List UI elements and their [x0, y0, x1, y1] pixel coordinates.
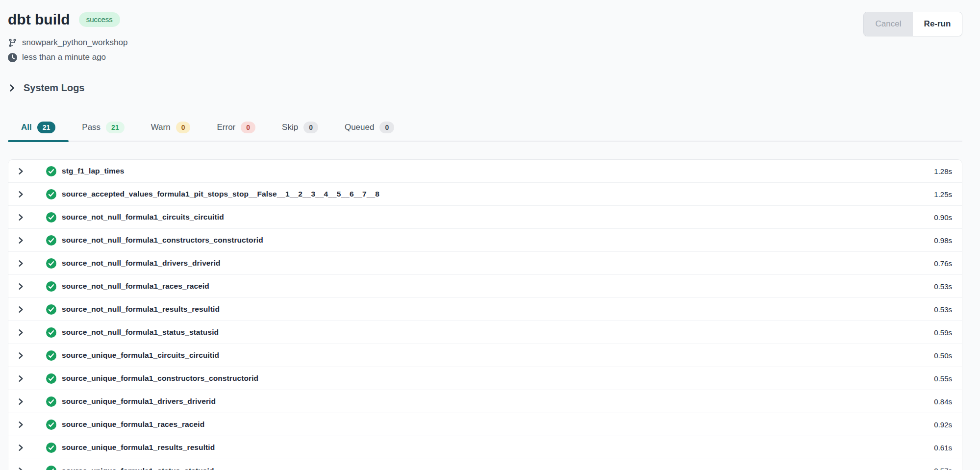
- table-row: source_not_null_formula1_races_raceid 0.…: [8, 275, 962, 298]
- table-row: source_not_null_formula1_results_resulti…: [8, 298, 962, 321]
- tab-pass[interactable]: Pass 21: [69, 115, 137, 141]
- result-name: source_not_null_formula1_status_statusid: [62, 328, 219, 337]
- table-row: source_not_null_formula1_status_statusid…: [8, 321, 962, 344]
- tab-label: Queued: [345, 123, 375, 132]
- result-name: source_not_null_formula1_constructors_co…: [62, 236, 263, 245]
- result-duration: 1.25s: [934, 190, 952, 198]
- chevron-right-icon: [17, 260, 25, 267]
- table-row: source_unique_formula1_circuits_circuiti…: [8, 344, 962, 367]
- chevron-right-icon: [17, 237, 25, 244]
- chevron-right-icon: [17, 375, 25, 382]
- result-name: source_not_null_formula1_results_resulti…: [62, 305, 220, 314]
- tab-label: All: [21, 123, 32, 132]
- chevron-right-icon: [17, 283, 25, 290]
- tab-count-badge: 0: [176, 122, 191, 133]
- time-line: less than a minute ago: [8, 51, 127, 64]
- table-row: stg_f1_lap_times 1.28s: [8, 160, 962, 183]
- tab-label: Skip: [282, 123, 298, 132]
- expand-row-button[interactable]: [16, 350, 25, 360]
- check-circle-icon: [46, 258, 56, 269]
- result-duration: 0.90s: [934, 213, 952, 222]
- tab-error[interactable]: Error 0: [203, 115, 269, 141]
- check-circle-icon: [46, 235, 56, 246]
- tab-queued[interactable]: Queued 0: [331, 115, 407, 141]
- result-duration: 0.92s: [934, 421, 952, 429]
- expand-row-button[interactable]: [16, 396, 25, 406]
- expand-row-button[interactable]: [16, 466, 25, 470]
- header: dbt build success snowpark_python_worksh…: [8, 0, 962, 64]
- git-branch-icon: [8, 38, 17, 48]
- table-row: source_unique_formula1_constructors_cons…: [8, 367, 962, 390]
- expand-row-button[interactable]: [16, 304, 25, 314]
- expand-row-button[interactable]: [16, 373, 25, 383]
- chevron-right-icon: [17, 214, 25, 221]
- check-circle-icon: [46, 212, 56, 223]
- system-logs-label: System Logs: [24, 82, 84, 94]
- tab-all[interactable]: All 21: [8, 115, 69, 141]
- time-ago: less than a minute ago: [22, 51, 106, 64]
- clock-icon: [8, 53, 17, 62]
- results-list: stg_f1_lap_times 1.28s source_accepted_v…: [8, 159, 962, 470]
- tab-count-badge: 21: [37, 122, 56, 133]
- check-circle-icon: [46, 350, 56, 361]
- result-duration: 0.84s: [934, 397, 952, 406]
- chevron-right-icon: [17, 352, 25, 359]
- rerun-button[interactable]: Re-run: [913, 12, 962, 36]
- table-row: source_unique_formula1_status_statusid 0…: [8, 459, 962, 470]
- table-row: source_not_null_formula1_constructors_co…: [8, 229, 962, 252]
- tab-label: Warn: [151, 123, 171, 132]
- tab-count-badge: 0: [241, 122, 255, 133]
- branch-name: snowpark_python_workshop: [22, 36, 127, 49]
- tab-skip[interactable]: Skip 0: [269, 115, 331, 141]
- tab-count-badge: 0: [379, 122, 394, 133]
- expand-row-button[interactable]: [16, 212, 25, 222]
- system-logs-toggle[interactable]: System Logs: [8, 82, 84, 94]
- chevron-right-icon: [17, 467, 25, 470]
- check-circle-icon: [46, 166, 56, 176]
- chevron-right-icon: [8, 84, 16, 92]
- tab-warn[interactable]: Warn 0: [138, 115, 204, 141]
- result-name: source_unique_formula1_status_statusid: [62, 467, 214, 470]
- run-detail-page: dbt build success snowpark_python_worksh…: [0, 0, 980, 470]
- result-duration: 1.28s: [934, 167, 952, 175]
- tab-label: Pass: [82, 123, 101, 132]
- result-name: source_unique_formula1_constructors_cons…: [62, 374, 258, 383]
- expand-row-button[interactable]: [16, 420, 25, 429]
- expand-row-button[interactable]: [16, 235, 25, 245]
- chevron-right-icon: [17, 421, 25, 428]
- chevron-right-icon: [17, 329, 25, 336]
- result-name: source_accepted_values_formula1_pit_stop…: [62, 190, 379, 198]
- result-duration: 0.61s: [934, 444, 952, 452]
- result-duration: 0.55s: [934, 374, 952, 383]
- cancel-button[interactable]: Cancel: [864, 12, 913, 36]
- table-row: source_not_null_formula1_drivers_driveri…: [8, 252, 962, 275]
- result-name: source_not_null_formula1_drivers_driveri…: [62, 259, 221, 268]
- tab-label: Error: [217, 123, 235, 132]
- status-badge: success: [79, 12, 120, 27]
- table-row: source_not_null_formula1_circuits_circui…: [8, 206, 962, 229]
- result-duration: 0.98s: [934, 236, 952, 245]
- result-filter-tabs: All 21 Pass 21 Warn 0 Error 0 Skip 0 Que…: [8, 115, 962, 142]
- result-duration: 0.53s: [934, 305, 952, 314]
- chevron-right-icon: [17, 444, 25, 451]
- page-title: dbt build: [8, 11, 70, 28]
- chevron-right-icon: [17, 398, 25, 405]
- check-circle-icon: [46, 281, 56, 292]
- expand-row-button[interactable]: [16, 258, 25, 268]
- expand-row-button[interactable]: [16, 281, 25, 291]
- result-name: source_unique_formula1_drivers_driverid: [62, 397, 216, 406]
- check-circle-icon: [46, 443, 56, 453]
- result-duration: 0.57s: [934, 467, 952, 470]
- expand-row-button[interactable]: [16, 327, 25, 337]
- result-name: stg_f1_lap_times: [62, 167, 124, 175]
- tab-count-badge: 0: [303, 122, 318, 133]
- result-duration: 0.50s: [934, 351, 952, 360]
- result-name: source_unique_formula1_results_resultid: [62, 443, 215, 452]
- check-circle-icon: [46, 373, 56, 384]
- expand-row-button[interactable]: [16, 443, 25, 452]
- run-actions: Cancel Re-run: [863, 12, 962, 36]
- chevron-right-icon: [17, 191, 25, 198]
- expand-row-button[interactable]: [16, 189, 25, 199]
- chevron-right-icon: [17, 306, 25, 313]
- expand-row-button[interactable]: [16, 166, 25, 176]
